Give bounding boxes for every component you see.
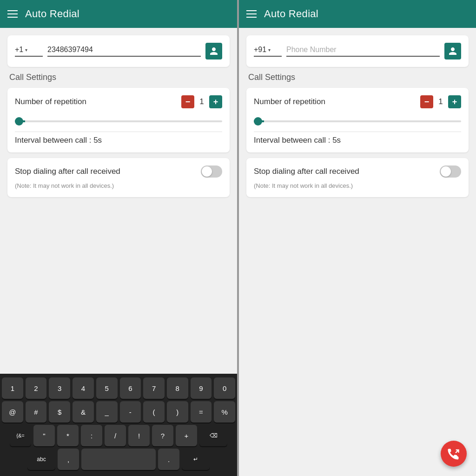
key-percent[interactable]: % <box>214 401 235 423</box>
key-plus[interactable]: + <box>176 425 197 446</box>
key-at[interactable]: @ <box>2 401 23 423</box>
minus-btn-right[interactable]: − <box>420 95 433 108</box>
stop-dial-label-left: Stop dialing after call received <box>15 167 120 176</box>
key-colon[interactable]: : <box>81 425 102 446</box>
divider-right <box>254 132 461 132</box>
call-settings-label-left: Call Settings <box>7 73 230 82</box>
plus-btn-right[interactable]: + <box>448 95 461 108</box>
call-redial-fab[interactable] <box>441 441 467 467</box>
key-5[interactable]: 5 <box>96 377 118 399</box>
contact-icon-left <box>209 46 218 56</box>
contact-icon-btn-left[interactable] <box>205 43 222 60</box>
stop-dial-label-right: Stop dialing after call received <box>254 167 359 176</box>
app-title-right: Auto Redial <box>264 8 318 20</box>
right-screen: Auto Redial +91 ▾ Call Settings <box>238 0 476 476</box>
call-redial-icon <box>447 447 460 460</box>
key-3[interactable]: 3 <box>49 377 70 399</box>
repetition-slider-right[interactable] <box>254 120 461 122</box>
chevron-down-icon-left: ▾ <box>25 47 27 53</box>
key-space[interactable] <box>81 449 156 470</box>
repetition-row-left: Number of repetition − 1 + <box>15 95 222 108</box>
counter-value-right: 1 <box>437 97 444 106</box>
keyboard-row-bottom: abc , . ↵ <box>2 449 235 470</box>
right-screen-content: +91 ▾ Call Settings Number of repetition <box>239 28 476 476</box>
stop-dial-toggle-right[interactable] <box>440 165 461 178</box>
app-bar-right: Auto Redial <box>239 0 476 28</box>
interval-label-right: Interval between call : 5s <box>254 136 341 145</box>
app-bar-left: Auto Redial <box>0 0 237 28</box>
key-comma[interactable]: , <box>58 449 79 470</box>
repetition-label-left: Number of repetition <box>15 97 86 106</box>
call-settings-label-right: Call Settings <box>246 73 469 82</box>
key-4[interactable]: 4 <box>73 377 94 399</box>
minus-btn-left[interactable]: − <box>181 95 194 108</box>
repetition-row-right: Number of repetition − 1 + <box>254 95 461 108</box>
key-period[interactable]: . <box>158 449 179 470</box>
stop-dial-card-left: Stop dialing after call received (Note: … <box>7 158 230 197</box>
keyboard-row-symbols2: {&= " * : / ! ? + ⌫ <box>2 425 235 446</box>
counter-value-left: 1 <box>198 97 205 106</box>
country-code-selector-left[interactable]: +1 ▾ <box>15 46 43 57</box>
right-screen-wrapper: Auto Redial +91 ▾ Call Settings <box>238 0 476 476</box>
phone-input-card-right: +91 ▾ <box>246 35 469 67</box>
key-lparen[interactable]: ( <box>143 401 165 423</box>
key-1[interactable]: 1 <box>2 377 23 399</box>
interval-label-left: Interval between call : 5s <box>15 136 102 145</box>
settings-card-right: Number of repetition − 1 + Interval betw… <box>246 88 469 152</box>
key-underscore[interactable]: _ <box>96 401 118 423</box>
contact-icon-right <box>448 46 457 56</box>
key-enter[interactable]: ↵ <box>182 449 210 470</box>
country-code-text-left: +1 <box>15 46 23 54</box>
key-backspace[interactable]: ⌫ <box>199 425 227 446</box>
app-title-left: Auto Redial <box>25 8 79 20</box>
chevron-down-icon-right: ▾ <box>268 47 271 53</box>
key-rparen[interactable]: ) <box>167 401 188 423</box>
key-abc[interactable]: abc <box>27 449 55 470</box>
counter-controls-right: − 1 + <box>420 95 461 108</box>
plus-btn-left[interactable]: + <box>209 95 222 108</box>
stop-dial-note-right: (Note: It may not work in all devices.) <box>254 182 353 189</box>
key-brace-toggle[interactable]: {&= <box>10 425 31 446</box>
repetition-slider-left[interactable] <box>15 120 222 122</box>
key-slash[interactable]: / <box>105 425 126 446</box>
settings-card-left: Number of repetition − 1 + Interval betw… <box>7 88 230 152</box>
divider-left <box>15 132 222 132</box>
key-8[interactable]: 8 <box>167 377 188 399</box>
key-hash[interactable]: # <box>26 401 47 423</box>
key-amp[interactable]: & <box>73 401 94 423</box>
country-code-selector-right[interactable]: +91 ▾ <box>254 46 282 57</box>
key-equals[interactable]: = <box>191 401 212 423</box>
key-quote[interactable]: " <box>33 425 55 446</box>
country-code-text-right: +91 <box>254 46 266 54</box>
keyboard-row-numbers: 1 2 3 4 5 6 7 8 9 0 <box>2 377 235 399</box>
key-9[interactable]: 9 <box>191 377 212 399</box>
repetition-label-right: Number of repetition <box>254 97 325 106</box>
contact-icon-btn-right[interactable] <box>444 43 461 60</box>
stop-dial-card-right: Stop dialing after call received (Note: … <box>246 158 469 197</box>
phone-number-input-right[interactable] <box>286 46 440 57</box>
stop-dial-note-left: (Note: It may not work in all devices.) <box>15 182 114 189</box>
key-6[interactable]: 6 <box>120 377 141 399</box>
phone-input-card-left: +1 ▾ <box>7 35 230 67</box>
key-0[interactable]: 0 <box>214 377 235 399</box>
keyboard: 1 2 3 4 5 6 7 8 9 0 @ # $ & _ - ( ) = % … <box>0 374 237 476</box>
slider-container-left <box>15 114 222 126</box>
key-2[interactable]: 2 <box>26 377 47 399</box>
key-star[interactable]: * <box>57 425 79 446</box>
menu-icon-left[interactable] <box>7 10 18 18</box>
stop-dial-row-right: Stop dialing after call received <box>254 165 461 178</box>
left-screen-content: +1 ▾ Call Settings Number of repetition … <box>0 28 237 374</box>
slider-container-right <box>254 114 461 126</box>
key-dollar[interactable]: $ <box>49 401 70 423</box>
keyboard-row-symbols1: @ # $ & _ - ( ) = % <box>2 401 235 423</box>
key-question[interactable]: ? <box>152 425 173 446</box>
key-exclaim[interactable]: ! <box>128 425 150 446</box>
phone-number-input-left[interactable] <box>47 46 201 57</box>
stop-dial-row-left: Stop dialing after call received <box>15 165 222 178</box>
counter-controls-left: − 1 + <box>181 95 222 108</box>
stop-dial-toggle-left[interactable] <box>201 165 222 178</box>
menu-icon-right[interactable] <box>246 10 257 18</box>
key-dash[interactable]: - <box>120 401 141 423</box>
key-7[interactable]: 7 <box>143 377 165 399</box>
left-screen: Auto Redial +1 ▾ Call Settings Number of… <box>0 0 238 476</box>
